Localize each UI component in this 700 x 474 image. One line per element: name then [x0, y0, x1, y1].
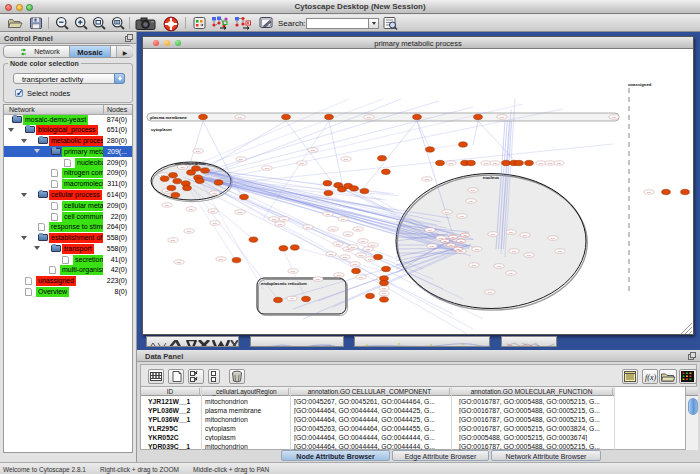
svg-text:GO-t: GO-t — [460, 215, 465, 217]
svg-text:GO-t: GO-t — [439, 237, 444, 239]
svg-text:GO-t: GO-t — [265, 167, 270, 169]
svg-text:GO-t: GO-t — [527, 254, 532, 256]
svg-text:endoplasmic reticulum: endoplasmic reticulum — [261, 281, 307, 286]
svg-text:GO-t: GO-t — [359, 254, 364, 256]
svg-text:GO-t: GO-t — [213, 222, 218, 224]
svg-text:GO-t: GO-t — [425, 178, 430, 180]
svg-text:GO-t: GO-t — [512, 250, 517, 252]
svg-text:GO-t: GO-t — [300, 162, 305, 164]
svg-text:GO-t: GO-t — [353, 263, 358, 265]
svg-text:GO-t: GO-t — [509, 231, 514, 233]
svg-text:GO-t: GO-t — [488, 291, 493, 293]
svg-text:GO-t: GO-t — [238, 211, 243, 213]
svg-text:GO-t: GO-t — [343, 256, 348, 258]
svg-text:GO-t: GO-t — [211, 210, 216, 212]
svg-text:GO-t: GO-t — [539, 162, 544, 164]
svg-text:GO-t: GO-t — [326, 213, 331, 215]
svg-text:GO-t: GO-t — [366, 248, 371, 250]
svg-text:GO-t: GO-t — [161, 174, 166, 176]
svg-text:GO-t: GO-t — [475, 248, 480, 250]
svg-text:GO-t: GO-t — [471, 189, 476, 191]
svg-text:GO-t: GO-t — [368, 258, 373, 260]
svg-text:GO-t: GO-t — [351, 246, 356, 248]
svg-text:nucleus: nucleus — [483, 175, 500, 180]
svg-text:GO-t: GO-t — [371, 244, 376, 246]
svg-text:GO-t: GO-t — [213, 192, 218, 194]
svg-text:GO-t: GO-t — [428, 229, 433, 231]
svg-text:GO-t: GO-t — [282, 218, 287, 220]
svg-text:GO-t: GO-t — [558, 250, 563, 252]
svg-text:GO-t: GO-t — [341, 218, 346, 220]
svg-text:GO-t: GO-t — [180, 166, 185, 168]
svg-text:GO-t: GO-t — [469, 200, 474, 202]
svg-text:GO-t: GO-t — [316, 278, 321, 280]
svg-text:unassigned: unassigned — [628, 82, 652, 87]
svg-text:GO-t: GO-t — [290, 297, 295, 299]
svg-text:plasma membrane: plasma membrane — [150, 115, 187, 120]
svg-text:GO: GO — [443, 240, 447, 242]
svg-text:GO-t: GO-t — [356, 228, 361, 230]
svg-text:GO-t: GO-t — [196, 150, 201, 152]
svg-text:GO: GO — [459, 240, 463, 242]
svg-text:GO-t: GO-t — [445, 211, 450, 213]
svg-text:GO-t: GO-t — [382, 287, 387, 289]
svg-text:GO: GO — [449, 244, 453, 246]
svg-text:GO-t: GO-t — [346, 233, 351, 235]
svg-text:GO-t: GO-t — [367, 116, 372, 118]
svg-text:GO-t: GO-t — [484, 162, 489, 164]
svg-text:GO-t: GO-t — [336, 243, 341, 245]
svg-text:GO: GO — [463, 234, 467, 236]
svg-text:GO: GO — [456, 248, 460, 250]
svg-text:GO-t: GO-t — [523, 234, 528, 236]
svg-text:GO-t: GO-t — [337, 274, 342, 276]
svg-text:GO-t: GO-t — [430, 245, 435, 247]
svg-text:GO-t: GO-t — [509, 272, 514, 274]
svg-text:GO-t: GO-t — [647, 191, 652, 193]
svg-text:GO-t: GO-t — [306, 226, 311, 228]
svg-text:GO-t: GO-t — [329, 253, 334, 255]
svg-text:GO-t: GO-t — [548, 162, 553, 164]
svg-text:GO-t: GO-t — [219, 258, 224, 260]
svg-text:GO-t: GO-t — [171, 239, 176, 241]
svg-text:GO-t: GO-t — [557, 162, 562, 164]
svg-text:GO-t: GO-t — [291, 270, 296, 272]
svg-text:GO-t: GO-t — [272, 218, 277, 220]
svg-text:GO-t: GO-t — [612, 116, 617, 118]
svg-text:cytoplasm: cytoplasm — [151, 127, 172, 132]
svg-text:f(x): f(x) — [645, 373, 656, 382]
svg-text:GO-t: GO-t — [359, 276, 364, 278]
svg-text:GO-t: GO-t — [177, 261, 182, 263]
svg-text:GO-t: GO-t — [382, 292, 387, 294]
svg-text:GO-t: GO-t — [238, 116, 243, 118]
svg-text:GO-t: GO-t — [449, 162, 454, 164]
svg-text:GO-t: GO-t — [491, 233, 496, 235]
svg-text:GO-t: GO-t — [493, 162, 498, 164]
svg-text:GO-t: GO-t — [187, 230, 192, 232]
svg-text:GO-t: GO-t — [344, 158, 349, 160]
svg-text:GO-t: GO-t — [500, 116, 505, 118]
svg-text:GO-t: GO-t — [311, 149, 316, 151]
svg-text:GO-t: GO-t — [551, 237, 556, 239]
svg-text:GO-t: GO-t — [239, 158, 244, 160]
svg-text:GO-t: GO-t — [165, 204, 170, 206]
svg-text:GO-t: GO-t — [189, 208, 194, 210]
svg-text:GO-t: GO-t — [472, 264, 477, 266]
svg-text:GO-t: GO-t — [361, 240, 366, 242]
svg-text:GO-t: GO-t — [278, 223, 283, 225]
svg-text:GO-t: GO-t — [497, 265, 502, 267]
svg-text:GO: GO — [451, 236, 455, 238]
svg-text:GO-t: GO-t — [331, 228, 336, 230]
